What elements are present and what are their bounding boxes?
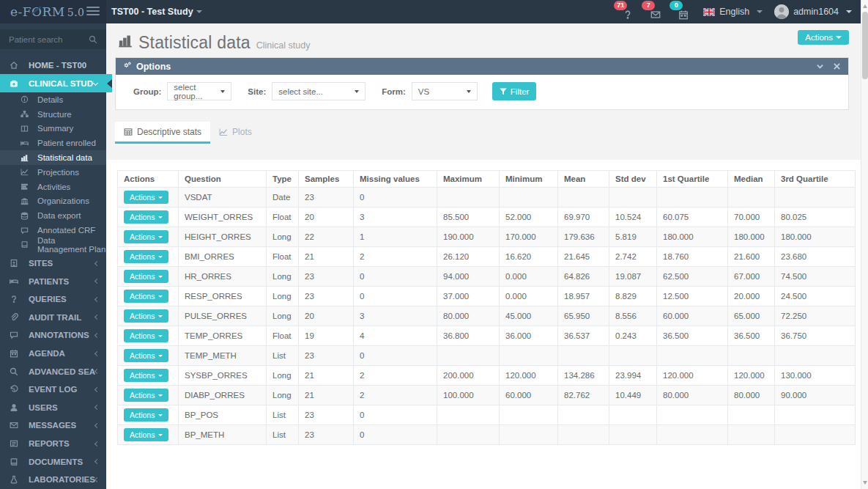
cell-median: 67.000 bbox=[728, 267, 775, 287]
language-selector[interactable]: English bbox=[703, 7, 763, 17]
sidebar-item-messages[interactable]: MESSAGES bbox=[0, 416, 106, 435]
cell-q3: 72.250 bbox=[775, 306, 856, 326]
row-actions-button[interactable]: Actions bbox=[124, 290, 168, 303]
cell-std bbox=[609, 188, 657, 207]
cell-question: BP_POS bbox=[179, 405, 267, 425]
sidebar-item-sites[interactable]: SITES bbox=[0, 254, 106, 273]
sidebar-item-reports[interactable]: REPORTS bbox=[0, 435, 106, 453]
chevron-down-icon bbox=[158, 315, 163, 317]
cell-mean: 65.950 bbox=[558, 306, 609, 326]
cell-q3: 90.000 bbox=[775, 386, 856, 405]
row-actions-button[interactable]: Actions bbox=[124, 408, 168, 422]
cell-type: Long bbox=[267, 227, 299, 247]
row-actions-button[interactable]: Actions bbox=[124, 369, 168, 382]
row-actions-button[interactable]: Actions bbox=[124, 191, 168, 204]
column-header: Samples bbox=[299, 171, 354, 188]
cell-mean bbox=[558, 188, 609, 207]
chevron-down-icon bbox=[158, 236, 163, 238]
scrollbar-thumb[interactable] bbox=[862, 12, 868, 79]
column-header: Std dev bbox=[609, 171, 657, 188]
cell-median bbox=[728, 425, 775, 445]
group-select[interactable]: select group... bbox=[167, 82, 231, 100]
sidebar-item-patients[interactable]: PATIENTS bbox=[0, 272, 106, 290]
cell-max bbox=[437, 346, 500, 366]
tab-plots[interactable]: Plots bbox=[210, 122, 261, 144]
sidebar-item-summary[interactable]: Summary bbox=[0, 122, 106, 136]
cell-samples: 22 bbox=[299, 227, 354, 247]
row-actions-button[interactable]: Actions bbox=[124, 349, 168, 362]
page-subtitle: Clinical study bbox=[256, 40, 311, 51]
scroll-down-icon[interactable] bbox=[863, 481, 867, 485]
sidebar-item-data-management-plan[interactable]: Data Management Plan bbox=[0, 238, 106, 252]
row-actions-button[interactable]: Actions bbox=[124, 309, 168, 323]
sidebar-item-home[interactable]: HOME - TST00 bbox=[0, 56, 106, 74]
close-panel-icon[interactable] bbox=[833, 62, 841, 70]
row-actions-button[interactable]: Actions bbox=[124, 270, 168, 283]
sidebar-item-activities[interactable]: Activities bbox=[0, 180, 106, 194]
sidebar-item-data-export[interactable]: Data export bbox=[0, 208, 106, 223]
study-selector[interactable]: TST00 - Test Study bbox=[111, 0, 202, 23]
sidebar-item-clinical-study[interactable]: CLINICAL STUDY bbox=[0, 74, 112, 92]
row-actions-button[interactable]: Actions bbox=[124, 230, 168, 243]
sidebar-item-agenda[interactable]: AGENDA bbox=[0, 345, 106, 363]
columns-icon bbox=[21, 125, 33, 133]
sidebar-item-advanced-search[interactable]: ADVANCED SEARCH bbox=[0, 362, 106, 380]
cell-missing: 0 bbox=[354, 405, 437, 425]
cell-q3: 36.750 bbox=[775, 326, 856, 346]
menu-toggle-icon[interactable] bbox=[86, 7, 100, 17]
site-select[interactable]: select site... bbox=[272, 82, 366, 100]
table-row: ActionsHEIGHT_ORRESLong221190.000170.000… bbox=[118, 227, 856, 247]
sidebar-item-statistical-data[interactable]: Statistical data bbox=[0, 150, 106, 165]
cell-q1: 120.000 bbox=[657, 366, 728, 386]
sidebar-item-documents[interactable]: DOCUMENTS bbox=[0, 452, 106, 471]
sidebar-item-event-log[interactable]: EVENT LOG bbox=[0, 380, 106, 399]
vertical-scrollbar[interactable] bbox=[861, 0, 868, 489]
chevron-left-icon bbox=[94, 315, 100, 320]
sidebar-item-projections[interactable]: Projections bbox=[0, 165, 106, 180]
cell-type: Long bbox=[267, 267, 299, 287]
comment-icon bbox=[10, 331, 23, 339]
patient-search-input[interactable] bbox=[9, 35, 82, 44]
options-panel: Options Group: select group... Site: bbox=[115, 57, 849, 110]
sidebar-item-organizations[interactable]: Organizations bbox=[0, 194, 106, 209]
sidebar-item-queries[interactable]: QUERIES bbox=[0, 290, 106, 309]
notification-question-button[interactable]: 71 bbox=[620, 4, 636, 20]
sidebar-item-audit-trail[interactable]: AUDIT TRAIL bbox=[0, 309, 106, 327]
chevron-down-icon bbox=[757, 10, 763, 13]
sidebar-item-annotations[interactable]: ANNOTATIONS bbox=[0, 326, 106, 345]
sidebar-item-laboratories[interactable]: LABORATORIES bbox=[0, 471, 106, 489]
notification-envelope-button[interactable]: 7 bbox=[648, 4, 664, 20]
cell-mean bbox=[558, 425, 609, 445]
form-select[interactable]: VS bbox=[412, 82, 478, 100]
cell-samples: 23 bbox=[299, 405, 354, 425]
cell-missing: 2 bbox=[354, 386, 437, 405]
scroll-up-icon[interactable] bbox=[863, 4, 867, 8]
bed-icon bbox=[10, 277, 23, 286]
row-actions-button[interactable]: Actions bbox=[124, 428, 168, 441]
home-icon bbox=[10, 61, 23, 70]
row-actions-button[interactable]: Actions bbox=[124, 389, 168, 402]
tab-descriptive-stats[interactable]: Descriptive stats bbox=[115, 122, 210, 144]
sidebar-item-users[interactable]: USERS bbox=[0, 399, 106, 417]
sidebar-item-structure[interactable]: Structure bbox=[0, 107, 106, 122]
cell-std: 19.087 bbox=[609, 267, 657, 287]
cell-type: Float bbox=[267, 326, 299, 346]
row-actions-button[interactable]: Actions bbox=[124, 210, 168, 224]
row-actions-button[interactable]: Actions bbox=[124, 250, 168, 263]
cell-question: BMI_ORRES bbox=[179, 247, 267, 267]
cell-missing: 3 bbox=[354, 306, 437, 326]
cell-median: 120.000 bbox=[728, 366, 775, 386]
cell-question: BP_METH bbox=[179, 425, 267, 445]
cell-min: 0.000 bbox=[500, 267, 558, 287]
row-actions-button[interactable]: Actions bbox=[124, 329, 168, 342]
filter-button[interactable]: Filter bbox=[492, 82, 537, 100]
column-header: Mean bbox=[558, 171, 609, 188]
page-actions-button[interactable]: Actions bbox=[798, 30, 849, 45]
sidebar-item-details[interactable]: Details bbox=[0, 92, 106, 107]
user-menu[interactable]: admin1604 bbox=[774, 4, 852, 19]
sidebar-item-patient-enrolled[interactable]: Patient enrolled bbox=[0, 136, 106, 150]
search-icon[interactable] bbox=[89, 35, 97, 44]
patient-search[interactable] bbox=[0, 29, 106, 49]
collapse-panel-icon[interactable] bbox=[816, 62, 824, 70]
notification-calendar-button[interactable]: 0 bbox=[675, 4, 691, 20]
